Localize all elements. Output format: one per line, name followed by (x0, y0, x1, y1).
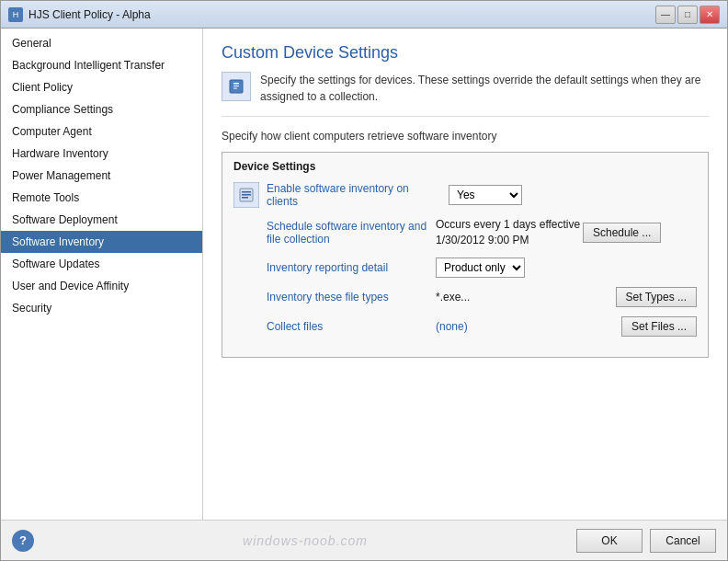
close-button[interactable]: ✕ (700, 6, 720, 24)
sidebar-item-compliance-settings[interactable]: Compliance Settings (1, 98, 202, 120)
title-bar-left: H HJS Client Policy - Alpha (8, 7, 151, 22)
content-area: Custom Device Settings Specify the setti… (203, 29, 727, 520)
svg-rect-3 (233, 88, 237, 89)
sidebar-item-software-updates[interactable]: Software Updates (1, 253, 202, 275)
device-settings-box: Device Settings Enable software inventor… (222, 152, 709, 358)
svg-rect-7 (242, 197, 248, 199)
page-title: Custom Device Settings (222, 43, 709, 63)
device-settings-title: Device Settings (233, 160, 697, 173)
window-title: HJS Client Policy - Alpha (28, 8, 151, 21)
window-icon: H (8, 7, 23, 22)
sidebar-item-remote-tools[interactable]: Remote Tools (1, 187, 202, 209)
info-box: Specify the settings for devices. These … (222, 72, 709, 117)
title-buttons: — □ ✕ (655, 6, 720, 24)
row-collect-files: Collect files (none) Set Files ... (233, 316, 697, 337)
svg-rect-1 (233, 83, 239, 85)
row-file-types: Inventory these file types *.exe... Set … (233, 287, 697, 307)
footer-buttons: OK Cancel (576, 529, 716, 553)
row-reporting-detail: Inventory reporting detail Product only … (233, 258, 697, 278)
file-types-label: Inventory these file types (233, 291, 436, 303)
schedule-label: Schedule software inventory and file col… (233, 220, 436, 246)
reporting-detail-select[interactable]: Product only Full details (436, 258, 525, 278)
collect-files-label: Collect files (233, 320, 436, 333)
minimize-button[interactable]: — (655, 6, 676, 24)
watermark: windows-noob.com (243, 532, 368, 550)
sidebar-item-software-deployment[interactable]: Software Deployment (1, 209, 202, 231)
sidebar-item-client-policy[interactable]: Client Policy (1, 76, 202, 98)
info-icon (222, 72, 251, 101)
schedule-value: Occurs every 1 days effective 1/30/2012 … (436, 217, 583, 248)
ok-button[interactable]: OK (576, 529, 643, 553)
cancel-button[interactable]: Cancel (650, 529, 716, 553)
svg-rect-5 (242, 191, 251, 193)
schedule-button[interactable]: Schedule ... (583, 223, 661, 243)
sidebar-item-software-inventory[interactable]: Software Inventory (1, 231, 202, 253)
svg-rect-6 (242, 194, 251, 196)
row-schedule: Schedule software inventory and file col… (233, 217, 697, 248)
sidebar-item-user-device-affinity[interactable]: User and Device Affinity (1, 275, 202, 297)
svg-rect-2 (233, 86, 239, 86)
software-inventory-icon (233, 182, 259, 208)
info-description: Specify the settings for devices. These … (260, 72, 709, 105)
footer-left: ? (12, 530, 34, 552)
row-enable-software-inventory: Enable software inventory on clients Yes… (233, 182, 697, 208)
sidebar-item-computer-agent[interactable]: Computer Agent (1, 120, 202, 143)
section-label: Specify how client computers retrieve so… (222, 130, 709, 143)
enable-inventory-select[interactable]: Yes No (449, 185, 522, 205)
sidebar-item-hardware-inventory[interactable]: Hardware Inventory (1, 143, 202, 165)
enable-inventory-label: Enable software inventory on clients (267, 182, 441, 208)
maximize-button[interactable]: □ (677, 6, 698, 24)
sidebar-item-general[interactable]: General (1, 32, 202, 54)
file-types-value: *.exe... (436, 291, 616, 303)
collect-files-value: (none) (436, 320, 621, 333)
help-button[interactable]: ? (12, 530, 34, 552)
sidebar-item-security[interactable]: Security (1, 297, 202, 319)
main-content: GeneralBackground Intelligent TransferCl… (1, 29, 727, 520)
main-window: H HJS Client Policy - Alpha — □ ✕ Genera… (0, 0, 728, 561)
sidebar-item-power-management[interactable]: Power Management (1, 165, 202, 187)
set-types-button[interactable]: Set Types ... (616, 287, 697, 307)
footer: ? windows-noob.com OK Cancel (1, 520, 727, 560)
title-bar: H HJS Client Policy - Alpha — □ ✕ (1, 1, 727, 29)
sidebar-item-background-intelligent-transfer[interactable]: Background Intelligent Transfer (1, 54, 202, 76)
sidebar: GeneralBackground Intelligent TransferCl… (1, 29, 203, 520)
set-files-button[interactable]: Set Files ... (621, 316, 697, 337)
reporting-detail-label: Inventory reporting detail (233, 261, 436, 274)
